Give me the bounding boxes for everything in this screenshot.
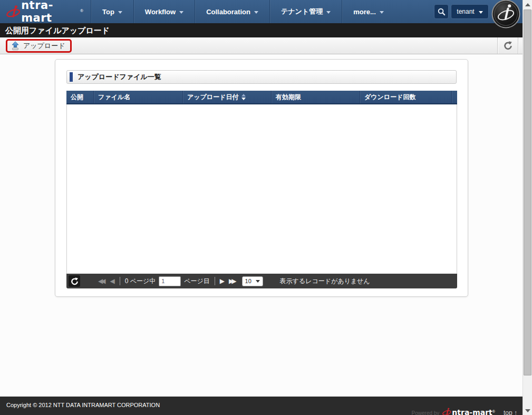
brand-registered-mark: ® (80, 8, 83, 13)
annotation-highlight-box: アップロード (6, 39, 72, 53)
page-size-value: 10 (245, 278, 252, 284)
scrollbar-down-button[interactable] (523, 406, 532, 415)
search-icon (437, 7, 446, 16)
nav-item-label: Top (102, 8, 114, 16)
footer-right-cluster: Powered by ntra-mart ® top ↑ (412, 404, 517, 415)
main-content: アップロードファイル一覧 公開 ファイル名 アップロード日付 (0, 54, 523, 397)
upload-button[interactable]: アップロード (11, 41, 65, 51)
pagination-divider (120, 277, 120, 285)
column-header-public[interactable]: 公開 (66, 91, 93, 103)
intramart-i-icon (6, 3, 21, 20)
back-to-top-link[interactable]: top ↑ (504, 409, 517, 415)
panel-title: アップロードファイル一覧 (78, 72, 161, 82)
table-body-empty (66, 104, 457, 274)
previous-page-button[interactable]: ◀ (110, 277, 114, 285)
account-menu-button[interactable]: tenant (451, 4, 489, 19)
search-button[interactable] (434, 4, 449, 19)
nav-item-label: Collaboration (206, 8, 250, 16)
column-label: ファイル名 (98, 93, 130, 102)
column-header-upload-date[interactable]: アップロード日付 (182, 91, 271, 103)
intramart-orb-logo[interactable] (491, 0, 520, 28)
nav-item-label: more... (353, 8, 376, 16)
upload-list-card: アップロードファイル一覧 公開 ファイル名 アップロード日付 (55, 59, 468, 297)
page-number-input[interactable] (159, 276, 181, 286)
top-navigation-bar: ntra-mart ® Top Workflow Collaboration テ… (0, 0, 523, 23)
intramart-logo[interactable]: ntra-mart ® (0, 0, 91, 23)
powered-by-label: Powered by (412, 410, 440, 415)
brand-wordmark: ntra-mart (21, 0, 80, 24)
page-size-select[interactable]: 10 (242, 276, 263, 286)
panel-header: アップロードファイル一覧 (66, 70, 457, 84)
column-label: 有効期限 (276, 93, 301, 102)
nav-item-label: テナント管理 (281, 7, 323, 16)
brand-wordmark: ntra-mart (452, 408, 492, 415)
page-footer: Copyright © 2012 NTT DATA INTRAMART CORP… (0, 397, 523, 415)
page-unit-label: ページ目 (184, 277, 210, 286)
refresh-icon (71, 277, 79, 285)
vertical-scrollbar[interactable] (523, 0, 532, 415)
toolbar: アップロード (0, 37, 523, 54)
chevron-down-icon (118, 11, 122, 14)
page-title: 公開用ファイルアップロード (0, 23, 523, 37)
column-header-spacer (451, 91, 457, 103)
pagination-refresh-button[interactable] (69, 275, 80, 287)
copyright-text: Copyright © 2012 NTT DATA INTRAMART CORP… (6, 402, 160, 408)
chevron-down-icon (479, 11, 483, 14)
nav-item-label: Workflow (145, 8, 176, 16)
nav-item-workflow[interactable]: Workflow (133, 0, 195, 23)
sort-indicator-icon (241, 94, 246, 100)
chevron-down-icon (254, 11, 258, 14)
scrollbar-up-button[interactable] (523, 0, 532, 9)
empty-records-message: 表示するレコードがありません (280, 277, 370, 286)
intramart-i-icon (442, 407, 452, 415)
nav-item-collaboration[interactable]: Collaboration (195, 0, 269, 23)
arrow-up-icon (525, 3, 530, 6)
scrollbar-thumb[interactable] (524, 9, 531, 375)
footer-intramart-logo: ntra-mart ® (442, 404, 495, 415)
intramart-orb-icon (491, 0, 520, 28)
nav-right-cluster: tenant (434, 0, 523, 23)
brand-registered-mark: ® (492, 410, 495, 413)
first-page-button[interactable]: ◀◀ (98, 277, 105, 285)
table-header-row: 公開 ファイル名 アップロード日付 有効期限 (66, 91, 457, 104)
last-page-button[interactable]: ▶▶ (229, 277, 236, 285)
chevron-down-icon (256, 280, 260, 283)
account-label: tenant (457, 8, 474, 15)
pagination-divider (215, 277, 215, 285)
nav-item-more[interactable]: more... (342, 0, 395, 23)
next-page-button[interactable]: ▶ (220, 277, 225, 285)
column-label: アップロード日付 (187, 93, 238, 102)
nav-item-tenant-admin[interactable]: テナント管理 (269, 0, 342, 23)
upload-button-label: アップロード (23, 41, 65, 51)
upload-file-table: 公開 ファイル名 アップロード日付 有効期限 (66, 91, 457, 288)
column-label: ダウンロード回数 (364, 93, 415, 102)
nav-item-top[interactable]: Top (91, 0, 133, 23)
app-window: ntra-mart ® Top Workflow Collaboration テ… (0, 0, 532, 415)
upload-icon (11, 41, 20, 51)
panel-accent-bar (70, 72, 73, 82)
arrow-down-icon (525, 409, 530, 412)
column-header-download-count[interactable]: ダウンロード回数 (360, 91, 451, 103)
column-label: 公開 (71, 93, 83, 102)
chevron-down-icon (179, 11, 183, 14)
refresh-icon (504, 41, 512, 50)
chevron-down-icon (380, 11, 384, 14)
chevron-down-icon (326, 11, 331, 14)
pagination-bar: ◀◀ ◀ 0 ページ中 ページ目 ▶ ▶▶ 10 表示するレコードがありません (66, 274, 457, 288)
column-header-expiration[interactable]: 有効期限 (271, 91, 360, 103)
page-total-label: 0 ページ中 (125, 277, 156, 286)
toolbar-refresh-button[interactable] (497, 37, 518, 54)
column-header-filename[interactable]: ファイル名 (93, 91, 182, 103)
